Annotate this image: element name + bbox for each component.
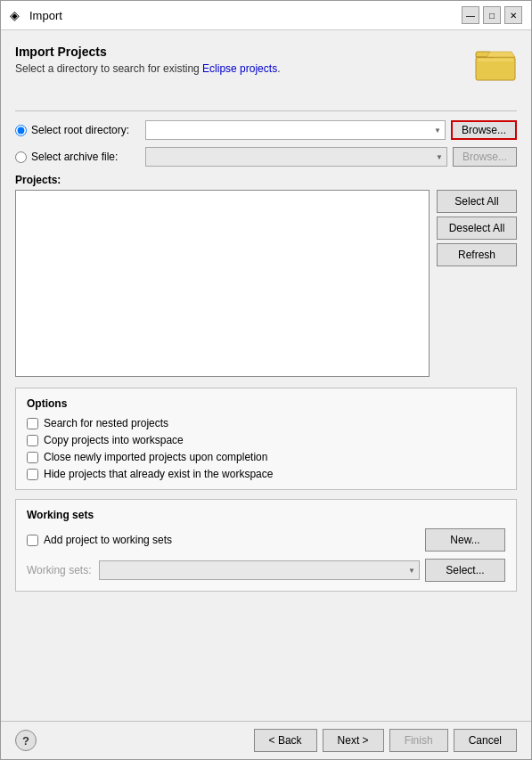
root-directory-radio-label[interactable]: Select root directory: xyxy=(15,124,140,136)
header-text: Import Projects Select a directory to se… xyxy=(15,45,465,75)
folder-icon xyxy=(474,45,517,89)
footer-left: ? xyxy=(15,730,37,751)
browse-archive-button[interactable]: Browse... xyxy=(453,147,517,167)
eclipse-link[interactable]: Eclipse projects xyxy=(202,62,277,75)
option-row-1: Copy projects into workspace xyxy=(27,434,505,446)
option-label-3: Hide projects that already exist in the … xyxy=(44,468,273,480)
deselect-all-button[interactable]: Deselect All xyxy=(437,217,517,240)
root-directory-arrow: ▼ xyxy=(434,127,441,135)
working-sets-label: Working sets: xyxy=(27,564,94,576)
archive-file-radio-label[interactable]: Select archive file: xyxy=(15,151,140,163)
window-icon: ◈ xyxy=(10,8,24,22)
option-checkbox-1[interactable] xyxy=(27,435,38,446)
working-sets-section: Working sets Add project to working sets… xyxy=(15,499,517,592)
main-content: Import Projects Select a directory to se… xyxy=(1,30,531,721)
select-working-set-button[interactable]: Select... xyxy=(425,559,505,582)
page-title: Import Projects xyxy=(15,45,465,59)
option-label-2: Close newly imported projects upon compl… xyxy=(44,451,267,463)
projects-area: Select All Deselect All Refresh xyxy=(15,190,517,377)
working-sets-combo[interactable]: ▼ xyxy=(99,560,420,580)
select-all-button[interactable]: Select All xyxy=(437,190,517,213)
add-to-working-sets-label: Add project to working sets xyxy=(44,534,172,546)
archive-file-row: Select archive file: ▼ Browse... xyxy=(15,147,517,167)
working-sets-title: Working sets xyxy=(27,509,505,521)
new-working-set-button[interactable]: New... xyxy=(425,528,505,552)
refresh-button[interactable]: Refresh xyxy=(437,243,517,266)
bottom-spacer xyxy=(15,601,517,707)
footer-right: < Back Next > Finish Cancel xyxy=(254,729,517,752)
working-sets-combo-row: Working sets: ▼ Select... xyxy=(27,559,505,582)
footer: ? < Back Next > Finish Cancel xyxy=(1,721,531,759)
archive-file-combo[interactable]: ▼ xyxy=(145,147,447,167)
title-bar: ◈ Import — □ ✕ xyxy=(1,1,531,30)
option-label-0: Search for nested projects xyxy=(44,417,168,429)
window-title: Import xyxy=(29,9,62,22)
next-button[interactable]: Next > xyxy=(323,729,384,752)
projects-buttons: Select All Deselect All Refresh xyxy=(437,190,517,377)
option-label-1: Copy projects into workspace xyxy=(44,434,184,446)
option-checkbox-3[interactable] xyxy=(27,469,38,480)
cancel-button[interactable]: Cancel xyxy=(454,729,517,752)
maximize-button[interactable]: □ xyxy=(483,6,501,24)
root-directory-row: Select root directory: ▼ Browse... xyxy=(15,120,517,140)
option-row-2: Close newly imported projects upon compl… xyxy=(27,451,505,463)
working-sets-add-row: Add project to working sets New... xyxy=(27,528,505,552)
options-title: Options xyxy=(27,397,505,410)
option-checkbox-2[interactable] xyxy=(27,452,38,463)
root-directory-label: Select root directory: xyxy=(31,124,129,136)
import-dialog: ◈ Import — □ ✕ Import Projects Select a … xyxy=(0,0,532,760)
header-section: Import Projects Select a directory to se… xyxy=(15,45,517,89)
options-section: Options Search for nested projects Copy … xyxy=(15,388,517,490)
add-to-working-sets-checkbox[interactable] xyxy=(27,535,38,546)
back-button[interactable]: < Back xyxy=(254,729,317,752)
option-checkbox-0[interactable] xyxy=(27,418,38,429)
projects-label: Projects: xyxy=(15,174,517,186)
option-row-3: Hide projects that already exist in the … xyxy=(27,468,505,480)
minimize-button[interactable]: — xyxy=(462,6,479,24)
desc-text-end: . xyxy=(277,62,280,75)
root-directory-radio[interactable] xyxy=(15,125,27,136)
projects-list[interactable] xyxy=(15,190,430,377)
title-bar-controls: — □ ✕ xyxy=(462,6,522,24)
option-row-0: Search for nested projects xyxy=(27,417,505,429)
working-sets-arrow: ▼ xyxy=(408,567,415,575)
root-directory-combo[interactable]: ▼ xyxy=(145,120,446,140)
title-bar-left: ◈ Import xyxy=(10,8,62,22)
close-button[interactable]: ✕ xyxy=(504,6,522,24)
desc-text-start: Select a directory to search for existin… xyxy=(15,62,202,75)
page-description: Select a directory to search for existin… xyxy=(15,62,465,75)
help-button[interactable]: ? xyxy=(15,730,37,751)
finish-button[interactable]: Finish xyxy=(389,729,448,752)
svg-rect-1 xyxy=(478,59,513,61)
archive-file-arrow: ▼ xyxy=(436,153,443,161)
archive-file-label: Select archive file: xyxy=(31,151,118,163)
archive-file-radio[interactable] xyxy=(15,151,27,163)
browse-root-button[interactable]: Browse... xyxy=(451,120,517,140)
header-separator xyxy=(15,110,517,111)
